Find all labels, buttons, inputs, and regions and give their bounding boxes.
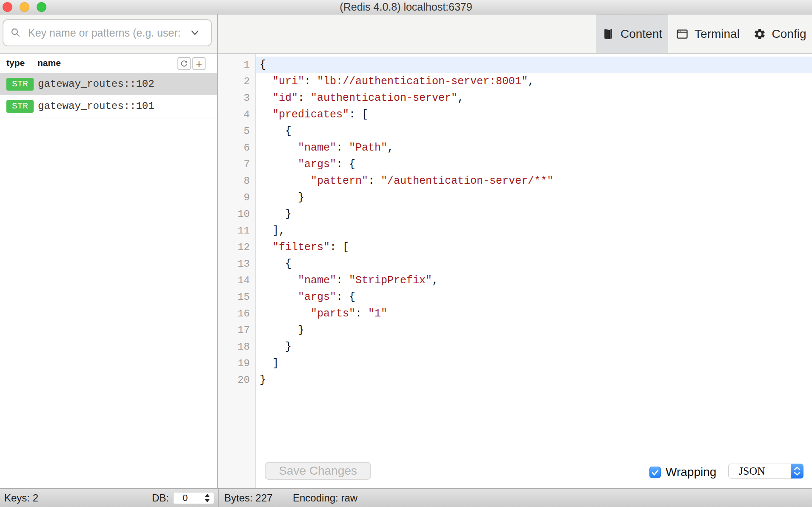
format-select-value: JSON	[729, 465, 791, 478]
line-number: 12	[218, 239, 255, 256]
key-row-gateway-routes-102[interactable]: STR gateway_routes::102	[0, 73, 217, 95]
search-icon	[10, 27, 22, 39]
code-line[interactable]: "filters": [	[256, 239, 812, 256]
tab-terminal[interactable]: Terminal	[668, 14, 747, 53]
gear-icon	[753, 28, 766, 40]
code-line[interactable]: }	[256, 322, 812, 339]
key-row-gateway-routes-101[interactable]: STR gateway_routes::101	[0, 95, 217, 117]
line-number: 5	[218, 123, 255, 140]
json-editor[interactable]: 1234567891011121314151617181920 { "uri":…	[218, 54, 812, 488]
code-line[interactable]: }	[256, 372, 812, 388]
keys-count: Keys: 2	[4, 489, 38, 507]
book-icon	[602, 28, 615, 40]
key-name: gateway_routes::101	[38, 100, 154, 112]
plus-icon: +	[196, 57, 202, 70]
tab-label: Content	[620, 27, 662, 41]
select-stepper-icon	[791, 464, 803, 479]
chevron-down-icon[interactable]	[190, 28, 200, 37]
status-bar: Keys: 2 DB: 0 Bytes: 227 Encoding: raw	[0, 488, 812, 507]
column-header-type: type	[6, 54, 25, 73]
tab-config[interactable]: Config	[747, 14, 812, 53]
wrapping-checkbox[interactable]	[649, 467, 661, 478]
key-name: gateway_routes::102	[38, 78, 154, 90]
tab-bar: Content Terminal Config	[218, 14, 812, 54]
code-line[interactable]: "args": {	[256, 289, 812, 305]
content-pane: Content Terminal Config 1234567891011121…	[218, 14, 812, 488]
code-line[interactable]: ],	[256, 222, 812, 239]
key-type-badge: STR	[6, 100, 34, 113]
line-number: 9	[218, 189, 255, 206]
line-number: 8	[218, 173, 255, 189]
refresh-keys-button[interactable]	[177, 57, 191, 70]
wrapping-label: Wrapping	[666, 465, 716, 479]
refresh-icon	[180, 59, 189, 68]
db-value: 0	[183, 493, 205, 504]
add-key-button[interactable]: +	[192, 57, 206, 70]
code-line[interactable]: }	[256, 189, 812, 206]
code-line[interactable]: "id": "authentication-server",	[256, 90, 812, 106]
line-number: 2	[218, 73, 255, 90]
line-number: 4	[218, 106, 255, 123]
db-stepper[interactable]: 0	[173, 492, 214, 504]
code-line[interactable]: }	[256, 206, 812, 222]
code-line[interactable]: {	[256, 256, 812, 272]
window-title: (Redis 4.0.8) localhost:6379	[0, 0, 812, 14]
code-line[interactable]: {	[256, 57, 812, 73]
line-number: 15	[218, 289, 255, 305]
line-number: 7	[218, 156, 255, 173]
db-label: DB:	[152, 489, 169, 507]
line-number: 1	[218, 57, 255, 73]
statusbar-divider	[218, 489, 219, 507]
key-table-header: type name +	[0, 54, 217, 73]
terminal-icon	[676, 28, 689, 40]
line-number: 13	[218, 256, 255, 272]
search-input[interactable]	[3, 19, 212, 46]
check-icon	[651, 468, 660, 477]
format-select[interactable]: JSON	[728, 464, 803, 479]
code-line[interactable]: "name": "StripPrefix",	[256, 272, 812, 289]
key-type-badge: STR	[6, 78, 34, 91]
tab-label: Config	[772, 27, 806, 41]
code-line[interactable]: "predicates": [	[256, 106, 812, 123]
stepper-arrows-icon	[205, 494, 210, 502]
code-line[interactable]: ]	[256, 355, 812, 372]
line-number: 18	[218, 339, 255, 355]
code-line[interactable]: "name": "Path",	[256, 140, 812, 156]
line-number: 17	[218, 322, 255, 339]
title-bar: (Redis 4.0.8) localhost:6379	[0, 0, 812, 14]
code-line[interactable]: "uri": "lb://authentication-server:8001"…	[256, 73, 812, 90]
line-number: 11	[218, 222, 255, 239]
save-changes-button[interactable]: Save Changes	[265, 462, 371, 480]
line-number: 10	[218, 206, 255, 222]
tab-label: Terminal	[695, 27, 740, 41]
line-number: 19	[218, 355, 255, 372]
tab-content[interactable]: Content	[596, 14, 668, 53]
line-number: 6	[218, 140, 255, 156]
line-number: 16	[218, 305, 255, 322]
key-sidebar: type name + STR gateway_routes::102 STR …	[0, 14, 218, 488]
code-line[interactable]: "args": {	[256, 156, 812, 173]
line-number: 20	[218, 372, 255, 388]
search-panel	[0, 14, 217, 54]
code-line[interactable]: "parts": "1"	[256, 305, 812, 322]
bytes-info: Bytes: 227	[224, 489, 272, 507]
code-line[interactable]: {	[256, 123, 812, 140]
column-header-name: name	[37, 54, 61, 73]
code-line[interactable]: "pattern": "/authentication-server/**"	[256, 173, 812, 189]
encoding-info: Encoding: raw	[293, 489, 357, 507]
line-number: 14	[218, 272, 255, 289]
line-numbers: 1234567891011121314151617181920	[218, 54, 256, 488]
code-line[interactable]: }	[256, 339, 812, 355]
code-lines[interactable]: { "uri": "lb://authentication-server:800…	[256, 54, 812, 488]
line-number: 3	[218, 90, 255, 106]
